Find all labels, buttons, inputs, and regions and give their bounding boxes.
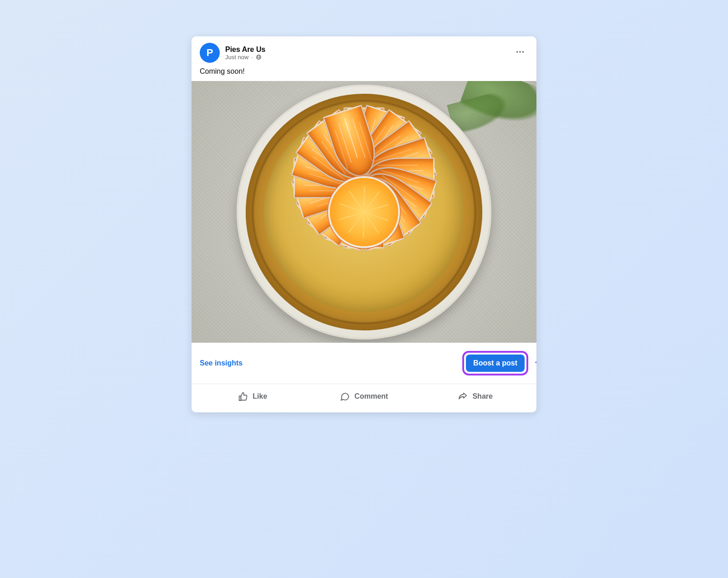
svg-point-1 [519, 51, 521, 53]
post-meta: Just now · [225, 54, 512, 61]
post-text: Coming soon! [192, 67, 536, 81]
share-icon [458, 391, 468, 401]
share-button[interactable]: Share [420, 387, 531, 406]
comment-label: Comment [354, 392, 388, 401]
post-actions: Like Comment Share [192, 384, 536, 412]
svg-point-0 [516, 51, 518, 53]
svg-marker-4 [535, 359, 536, 365]
post-card: P Pies Are Us Just now · Coming soon! [192, 36, 536, 412]
like-button[interactable]: Like [197, 387, 308, 406]
like-icon [238, 391, 248, 401]
post-time: Just now [225, 54, 248, 61]
page-name[interactable]: Pies Are Us [225, 46, 512, 54]
more-options-button[interactable] [512, 45, 528, 61]
like-label: Like [253, 392, 267, 401]
boost-highlight: Boost a post [462, 351, 528, 375]
dot-separator: · [251, 54, 253, 61]
comment-button[interactable]: Comment [308, 387, 420, 406]
annotation-arrow-icon [535, 358, 536, 369]
post-header: P Pies Are Us Just now · [192, 36, 536, 67]
post-image[interactable] [192, 81, 536, 343]
svg-point-2 [522, 51, 524, 53]
insights-row: See insights Boost a post [192, 343, 536, 384]
comment-icon [340, 391, 350, 401]
share-label: Share [472, 392, 492, 401]
page-avatar[interactable]: P [200, 43, 220, 63]
boost-post-button[interactable]: Boost a post [466, 355, 525, 372]
more-icon [515, 47, 525, 59]
globe-icon [256, 54, 262, 60]
see-insights-link[interactable]: See insights [200, 359, 243, 367]
post-header-text: Pies Are Us Just now · [225, 46, 512, 61]
